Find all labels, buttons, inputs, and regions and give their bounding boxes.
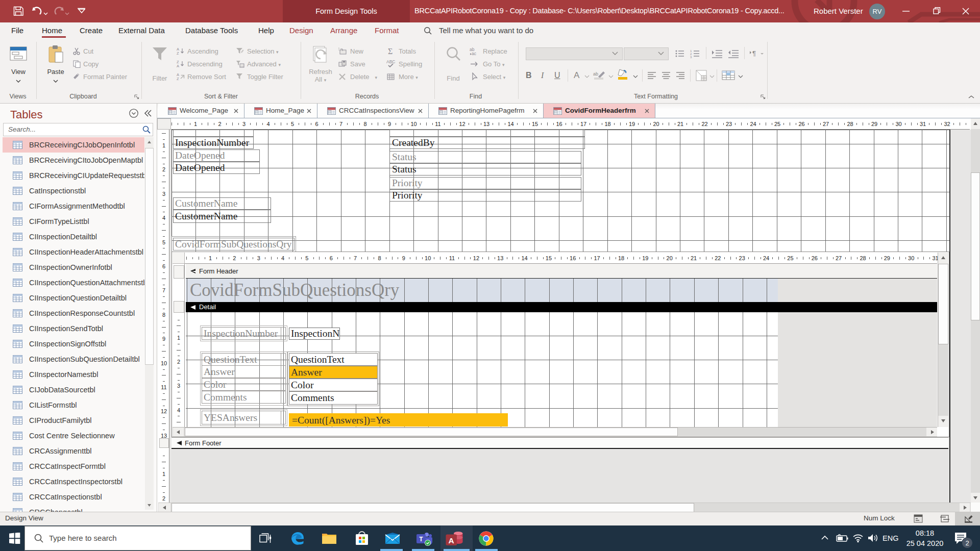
svg-text:¶: ¶ [752, 49, 756, 57]
svg-text:Z: Z [177, 77, 179, 81]
svg-text:Σ: Σ [388, 47, 393, 56]
svg-text:3: 3 [690, 56, 692, 58]
svg-text:ab: ab [593, 71, 598, 77]
svg-text:A: A [177, 64, 179, 68]
svg-text:T: T [419, 536, 423, 543]
svg-text:A: A [449, 536, 454, 545]
svg-text:Z: Z [177, 51, 179, 56]
svg-text:ABC: ABC [386, 59, 395, 64]
svg-text:ac: ac [472, 51, 477, 56]
